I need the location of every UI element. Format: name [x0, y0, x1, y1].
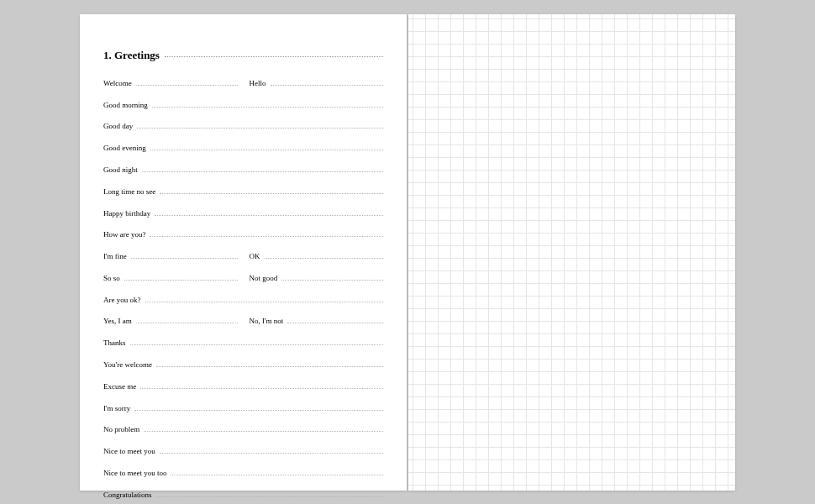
vocab-cell: Good day	[103, 117, 383, 130]
vocab-row: Congratulations	[103, 485, 383, 498]
vocab-term: Good evening	[103, 144, 146, 152]
vocab-row: Long time no see	[103, 181, 383, 195]
vocab-term: Welcome	[103, 79, 132, 87]
vocab-term: Yes, I am	[103, 317, 132, 325]
vocab-cell: Not good	[250, 269, 384, 282]
vocab-cell: Are you ok?	[103, 290, 383, 303]
vocab-cell: Welcome	[103, 74, 238, 87]
heading-dots	[165, 46, 383, 57]
fill-dots	[156, 485, 384, 496]
vocab-row: How are you?	[103, 225, 383, 239]
right-page-grid	[408, 14, 735, 491]
vocab-row: So soNot good	[103, 269, 383, 282]
vocab-term: Nice to meet you	[103, 447, 155, 455]
vocab-term: Hello	[250, 79, 266, 87]
fill-dots	[144, 420, 383, 432]
vocab-cell: Happy birthday	[103, 203, 383, 217]
vocab-cell: Long time no see	[103, 181, 383, 195]
fill-dots	[271, 74, 384, 86]
fill-dots	[287, 312, 383, 323]
vocab-row: Excuse me	[103, 376, 383, 390]
vocab-term: So so	[103, 274, 120, 282]
fill-dots	[142, 160, 383, 172]
fill-dots	[171, 464, 383, 475]
fill-dots	[145, 290, 384, 302]
vocab-term: Congratulations	[103, 491, 152, 499]
fill-dots	[137, 117, 383, 129]
vocab-term: Thanks	[103, 339, 126, 347]
vocab-cell: How are you?	[103, 225, 383, 239]
vocab-row: Yes, I amNo, I'm not	[103, 312, 383, 325]
vocab-row: Good evening	[103, 139, 383, 152]
vocab-term: No, I'm not	[250, 317, 284, 325]
vocab-row: Good morning	[103, 95, 383, 108]
vocab-row: Nice to meet you	[103, 442, 383, 455]
vocab-cell: OK	[250, 247, 384, 260]
vocab-row: You're welcome	[103, 355, 383, 369]
fill-dots	[136, 74, 238, 86]
vocab-cell: Nice to meet you	[103, 442, 383, 455]
vocab-cell: I'm sorry	[103, 398, 383, 412]
fill-dots	[136, 312, 238, 323]
fill-dots	[150, 139, 383, 150]
vocab-term: Excuse me	[103, 382, 136, 391]
vocab-term: Good morning	[103, 101, 148, 109]
fill-dots	[265, 247, 384, 259]
fill-dots	[160, 181, 383, 193]
vocab-cell: Yes, I am	[103, 312, 238, 325]
vocab-cell: Hello	[250, 74, 384, 87]
fill-dots	[134, 398, 383, 410]
vocab-cell: No problem	[103, 420, 383, 433]
vocab-term: I'm sorry	[103, 404, 130, 412]
fill-dots	[281, 269, 383, 281]
fill-dots	[155, 203, 383, 215]
vocab-cell: Good morning	[103, 95, 383, 108]
page-spread: 1. Greetings WelcomeHelloGood morningGoo…	[80, 14, 735, 491]
vocab-cell: Thanks	[103, 333, 383, 347]
vocab-row: Happy birthday	[103, 203, 383, 217]
vocab-term: You're welcome	[103, 360, 152, 369]
vocab-term: Good night	[103, 165, 138, 174]
vocab-cell: Nice to meet you too	[103, 464, 383, 477]
vocab-cell: So so	[103, 269, 238, 282]
fill-dots	[156, 355, 383, 367]
vocab-cell: Congratulations	[103, 485, 383, 498]
vocab-term: Good day	[103, 122, 133, 130]
vocab-cell: Good night	[103, 160, 383, 174]
fill-dots	[140, 376, 383, 388]
fill-dots	[150, 225, 383, 237]
vocab-row: Good night	[103, 160, 383, 174]
vocab-row: Good day	[103, 117, 383, 130]
fill-dots	[160, 442, 383, 454]
section-heading: 1. Greetings	[103, 48, 383, 62]
vocab-cell: Excuse me	[103, 376, 383, 390]
vocab-row: Thanks	[103, 333, 383, 347]
vocab-rows: WelcomeHelloGood morningGood dayGood eve…	[103, 74, 383, 505]
vocab-row: No problem	[103, 420, 383, 433]
fill-dots	[152, 95, 383, 107]
vocab-term: I'm fine	[103, 252, 127, 260]
vocab-cell: Good evening	[103, 139, 383, 152]
vocab-row: Nice to meet you too	[103, 464, 383, 477]
vocab-row: WelcomeHello	[103, 74, 383, 87]
vocab-row: I'm sorry	[103, 398, 383, 412]
vocab-term: Nice to meet you too	[103, 469, 166, 477]
vocab-term: Not good	[250, 274, 278, 282]
fill-dots	[131, 247, 238, 259]
fill-dots	[124, 269, 238, 281]
vocab-term: Happy birthday	[103, 209, 150, 218]
vocab-cell: I'm fine	[103, 247, 238, 260]
vocab-row: I'm fineOK	[103, 247, 383, 260]
vocab-term: Are you ok?	[103, 296, 141, 304]
left-page: 1. Greetings WelcomeHelloGood morningGoo…	[80, 14, 407, 491]
vocab-cell: No, I'm not	[250, 312, 384, 325]
vocab-term: Long time no see	[103, 187, 155, 196]
fill-dots	[130, 333, 384, 345]
vocab-row: Are you ok?	[103, 290, 383, 303]
heading-text: 1. Greetings	[103, 49, 160, 62]
vocab-term: OK	[250, 252, 260, 260]
vocab-cell: You're welcome	[103, 355, 383, 369]
vocab-term: No problem	[103, 425, 139, 433]
vocab-term: How are you?	[103, 230, 145, 239]
